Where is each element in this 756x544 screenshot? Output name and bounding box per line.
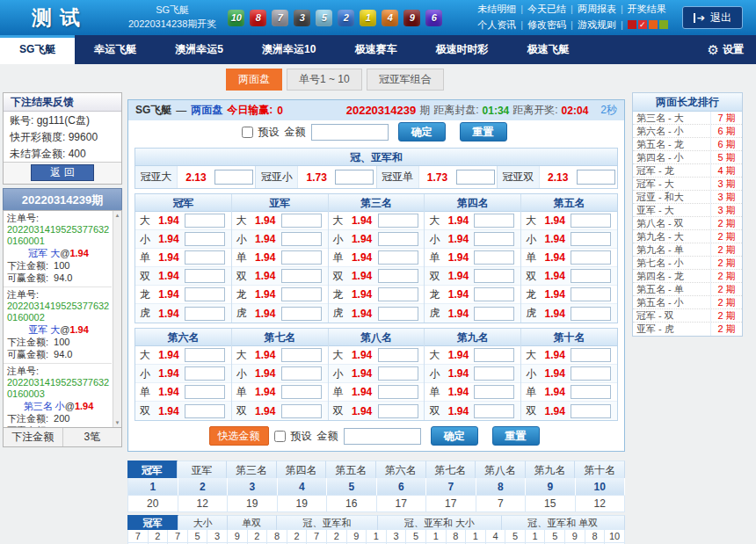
bet-amount-input[interactable] — [378, 307, 418, 321]
odds-value[interactable]: 1.94 — [347, 367, 377, 380]
result-history-tab-0[interactable]: 冠军 — [127, 515, 178, 530]
odds-value[interactable]: 1.94 — [443, 386, 473, 398]
preset-amount-input[interactable] — [344, 428, 421, 445]
odds-value[interactable]: 1.94 — [540, 233, 570, 245]
odds-value[interactable]: 1.94 — [347, 386, 377, 398]
bet-amount-input[interactable] — [456, 170, 495, 185]
header-link[interactable]: 个人资讯 — [477, 19, 516, 30]
odds-value[interactable]: 1.94 — [540, 308, 570, 320]
quick-amount-button[interactable]: 快选金额 — [209, 426, 269, 446]
bet-amount-input[interactable] — [281, 404, 322, 418]
bet-amount-input[interactable] — [214, 170, 253, 185]
odds-value[interactable]: 1.94 — [154, 308, 184, 320]
odds-value[interactable]: 1.94 — [347, 405, 377, 417]
bet-amount-input[interactable] — [185, 307, 225, 321]
theme-color-square[interactable] — [628, 20, 636, 29]
confirm-button[interactable]: 确定 — [398, 122, 446, 141]
bet-amount-input[interactable] — [571, 232, 611, 246]
settings-button[interactable]: ⚙ 设置 — [708, 35, 744, 64]
bet-amount-input[interactable] — [378, 366, 418, 381]
nav-tab-2[interactable]: 澳洲幸运5 — [156, 35, 243, 64]
bet-amount-input[interactable] — [474, 214, 514, 228]
odds-value[interactable]: 1.94 — [251, 251, 280, 264]
theme-color-square[interactable]: ✓ — [638, 20, 647, 29]
history-tab-0[interactable]: 冠军 — [127, 461, 178, 478]
odds-value[interactable]: 1.94 — [540, 386, 570, 398]
odds-value[interactable]: 1.94 — [347, 214, 377, 227]
odds-value[interactable]: 1.94 — [443, 270, 473, 282]
bet-amount-input[interactable] — [571, 250, 611, 265]
odds-value[interactable]: 1.94 — [540, 214, 570, 227]
bet-amount-input[interactable] — [571, 214, 611, 228]
history-tab-3[interactable]: 第四名 — [277, 461, 327, 478]
bet-amount-input[interactable] — [571, 307, 611, 321]
odds-value[interactable]: 1.94 — [251, 405, 280, 417]
board-subtab-2[interactable]: 冠亚军组合 — [367, 69, 444, 91]
nav-tab-6[interactable]: 极速飞艇 — [507, 35, 588, 64]
odds-value[interactable]: 1.94 — [443, 405, 473, 417]
history-tab-7[interactable]: 第八名 — [476, 461, 526, 478]
bet-amount-input[interactable] — [474, 287, 514, 301]
bet-amount-input[interactable] — [281, 366, 322, 381]
odds-value[interactable]: 1.94 — [540, 270, 570, 282]
header-link[interactable]: 游戏规则 — [578, 19, 616, 30]
preset-checkbox[interactable] — [242, 127, 253, 138]
bet-amount-input[interactable] — [281, 250, 322, 265]
bet-amount-input[interactable] — [571, 348, 611, 362]
odds-value[interactable]: 1.94 — [251, 308, 280, 320]
odds-value[interactable]: 1.94 — [347, 233, 377, 245]
bet-amount-input[interactable] — [474, 269, 514, 283]
bet-amount-input[interactable] — [281, 307, 322, 321]
board-subtab-1[interactable]: 单号1 ~ 10 — [287, 69, 362, 91]
bet-amount-input[interactable] — [474, 232, 514, 246]
bet-amount-input[interactable] — [281, 232, 322, 246]
odds-value[interactable]: 1.94 — [540, 349, 570, 361]
bet-amount-input[interactable] — [474, 307, 514, 321]
preset-amount-input[interactable] — [311, 124, 389, 141]
bet-amount-input[interactable] — [185, 214, 225, 228]
odds-value[interactable]: 1.73 — [298, 171, 335, 184]
reset-button[interactable]: 重置 — [492, 426, 540, 446]
bet-amount-input[interactable] — [185, 250, 225, 265]
odds-value[interactable]: 1.94 — [154, 214, 184, 227]
scroll-down-icon[interactable]: ▼ — [115, 420, 120, 425]
odds-value[interactable]: 1.94 — [443, 214, 473, 227]
bet-amount-input[interactable] — [378, 269, 418, 283]
bet-amount-input[interactable] — [281, 214, 322, 228]
bet-amount-input[interactable] — [185, 269, 225, 283]
bet-amount-input[interactable] — [571, 269, 611, 283]
odds-value[interactable]: 1.94 — [251, 367, 280, 380]
bet-amount-input[interactable] — [185, 232, 225, 246]
bet-amount-input[interactable] — [378, 287, 418, 301]
bet-amount-input[interactable] — [281, 348, 322, 362]
bet-amount-input[interactable] — [185, 385, 225, 399]
header-link[interactable]: 修改密码 — [527, 19, 566, 30]
odds-value[interactable]: 1.94 — [347, 251, 377, 264]
bet-amount-input[interactable] — [474, 366, 514, 381]
result-history-tab-1[interactable]: 大小 — [178, 515, 228, 530]
bet-amount-input[interactable] — [185, 348, 225, 362]
odds-value[interactable]: 1.94 — [540, 251, 570, 264]
confirm-button[interactable]: 确定 — [431, 426, 478, 446]
board-subtab-0[interactable]: 两面盘 — [226, 69, 282, 91]
bet-amount-input[interactable] — [474, 348, 514, 362]
odds-value[interactable]: 1.94 — [154, 405, 184, 417]
odds-value[interactable]: 1.94 — [154, 367, 184, 380]
nav-tab-1[interactable]: 幸运飞艇 — [75, 35, 156, 64]
header-link[interactable]: 开奖结果 — [628, 4, 666, 14]
odds-value[interactable]: 2.13 — [178, 171, 214, 184]
bet-amount-input[interactable] — [571, 287, 611, 301]
odds-value[interactable]: 1.94 — [251, 349, 280, 361]
odds-value[interactable]: 1.94 — [154, 386, 184, 398]
bet-amount-input[interactable] — [474, 404, 514, 418]
header-link[interactable]: 今天已结 — [527, 4, 566, 14]
odds-value[interactable]: 1.94 — [251, 270, 280, 282]
bets-scrollbar[interactable]: ▲ ▼ — [113, 211, 121, 427]
result-history-tab-4[interactable]: 冠、亚军和 大小 — [378, 515, 501, 530]
history-tab-6[interactable]: 第七名 — [426, 461, 476, 478]
theme-color-square[interactable] — [649, 20, 658, 29]
odds-value[interactable]: 1.94 — [251, 233, 280, 245]
odds-value[interactable]: 1.94 — [443, 308, 473, 320]
odds-value[interactable]: 1.94 — [540, 367, 570, 380]
odds-value[interactable]: 1.94 — [251, 288, 280, 301]
